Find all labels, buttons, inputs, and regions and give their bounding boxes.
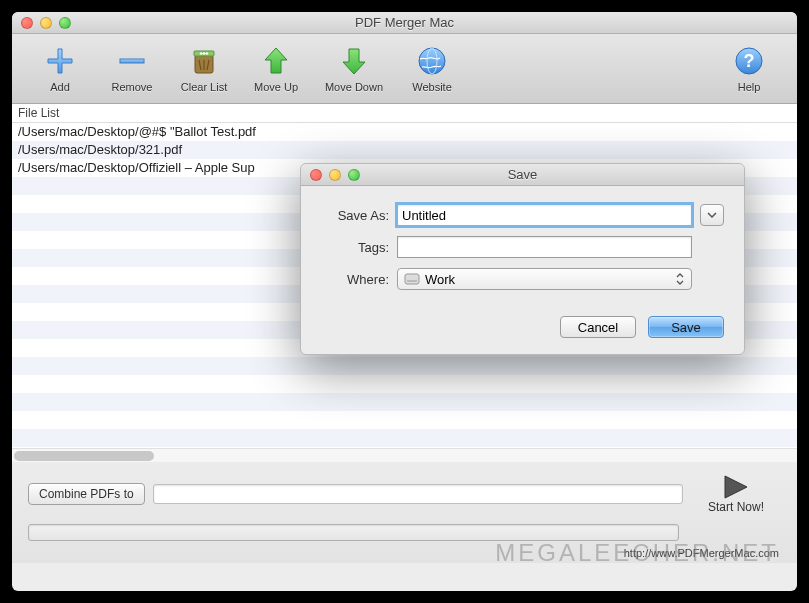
help-button[interactable]: ? Help	[713, 39, 785, 99]
list-item[interactable]	[12, 357, 797, 375]
svg-rect-10	[405, 274, 419, 284]
chevron-down-icon	[707, 211, 717, 219]
dialog-zoom-button[interactable]	[348, 169, 360, 181]
minus-icon	[116, 45, 148, 77]
window-title: PDF Merger Mac	[12, 15, 797, 30]
bottom-panel: Combine PDFs to Start Now! http://www.PD…	[12, 462, 797, 563]
dialog-titlebar[interactable]: Save	[301, 164, 744, 186]
where-value: Work	[425, 272, 455, 287]
zoom-window-button[interactable]	[59, 17, 71, 29]
horizontal-scrollbar[interactable]	[12, 448, 797, 462]
website-button[interactable]: Website	[396, 39, 468, 99]
tags-input[interactable]	[397, 236, 692, 258]
globe-icon	[416, 45, 448, 77]
move-up-button[interactable]: Move Up	[240, 39, 312, 99]
arrow-down-icon	[338, 45, 370, 77]
filelist-header: File List	[12, 104, 797, 123]
close-window-button[interactable]	[21, 17, 33, 29]
arrow-up-icon	[260, 45, 292, 77]
svg-text:?: ?	[744, 51, 755, 71]
remove-button[interactable]: Remove	[96, 39, 168, 99]
expand-save-panel-button[interactable]	[700, 204, 724, 226]
list-item[interactable]: /Users/mac/Desktop/@#$ "Ballot Test.pdf	[12, 123, 797, 141]
disk-icon	[404, 271, 420, 287]
svg-rect-0	[120, 59, 144, 63]
help-icon: ?	[733, 45, 765, 77]
dialog-minimize-button[interactable]	[329, 169, 341, 181]
combine-pdfs-button[interactable]: Combine PDFs to	[28, 483, 145, 505]
clear-list-button[interactable]: Clear List	[168, 39, 240, 99]
trash-icon	[188, 45, 220, 77]
save-button[interactable]: Save	[648, 316, 724, 338]
list-item[interactable]: /Users/mac/Desktop/321.pdf	[12, 141, 797, 159]
svg-point-6	[419, 48, 445, 74]
list-item[interactable]	[12, 393, 797, 411]
where-popup[interactable]: Work	[397, 268, 692, 290]
where-label: Where:	[321, 272, 389, 287]
traffic-lights	[21, 17, 71, 29]
progress-bar	[28, 524, 679, 541]
list-item[interactable]	[12, 411, 797, 429]
save-dialog: Save Save As: Tags: Where: Work	[300, 163, 745, 355]
updown-arrows-icon	[673, 271, 687, 287]
dialog-title: Save	[301, 167, 744, 182]
dialog-close-button[interactable]	[310, 169, 322, 181]
dialog-traffic-lights	[310, 169, 360, 181]
save-as-label: Save As:	[321, 208, 389, 223]
add-button[interactable]: Add	[24, 39, 96, 99]
start-now-button[interactable]: Start Now!	[691, 474, 781, 514]
tags-label: Tags:	[321, 240, 389, 255]
save-as-input[interactable]	[397, 204, 692, 226]
plus-icon	[44, 45, 76, 77]
list-item[interactable]	[12, 375, 797, 393]
toolbar: Add Remove Clear List Move Up Move Down	[12, 34, 797, 104]
scrollbar-thumb[interactable]	[14, 451, 154, 461]
footer-url[interactable]: http://www.PDFMergerMac.com	[28, 547, 781, 559]
minimize-window-button[interactable]	[40, 17, 52, 29]
output-path-field[interactable]	[153, 484, 683, 504]
play-icon	[722, 474, 750, 500]
move-down-button[interactable]: Move Down	[312, 39, 396, 99]
titlebar[interactable]: PDF Merger Mac	[12, 12, 797, 34]
svg-rect-11	[407, 280, 417, 282]
list-item[interactable]	[12, 429, 797, 447]
cancel-button[interactable]: Cancel	[560, 316, 636, 338]
